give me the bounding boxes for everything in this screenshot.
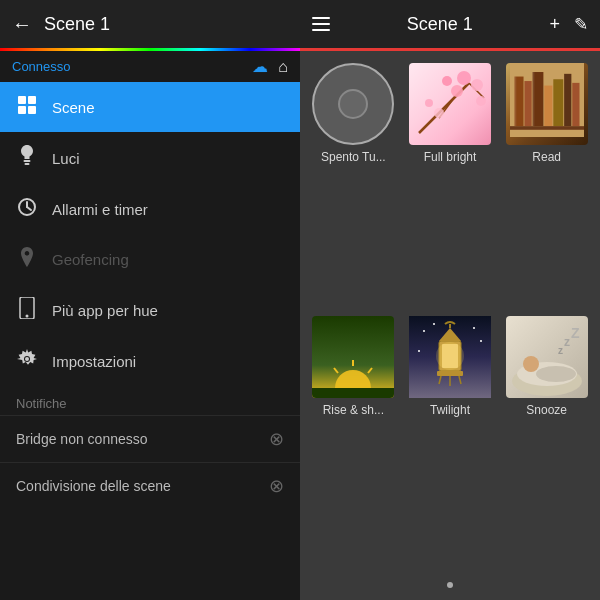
connesso-bar: Connesso ☁ ⌂: [0, 51, 300, 82]
svg-point-10: [26, 315, 29, 318]
geofencing-icon: [16, 247, 38, 271]
svg-point-18: [471, 79, 483, 91]
hamburger-line-2: [312, 23, 330, 25]
svg-rect-34: [532, 72, 534, 126]
scene-label-fullbright: Full bright: [424, 150, 477, 164]
back-button[interactable]: ←: [12, 13, 32, 36]
twilight-svg: [409, 316, 491, 398]
sidebar-item-piu-app[interactable]: Più app per hue: [0, 284, 300, 336]
left-panel-title: Scene 1: [44, 14, 110, 35]
svg-rect-31: [572, 83, 579, 126]
cloud-icon[interactable]: ☁: [252, 57, 268, 76]
scene-image-spento: [312, 63, 394, 145]
svg-rect-4: [24, 160, 31, 162]
cherry-blossom-svg: [409, 63, 491, 145]
svg-text:z: z: [564, 335, 570, 349]
books-svg: [510, 59, 584, 141]
scene-image-snooze: z z Z: [506, 316, 588, 398]
hamburger-line-3: [312, 29, 330, 31]
svg-rect-0: [18, 96, 26, 104]
scene-image-fullbright: [409, 63, 491, 145]
svg-point-60: [536, 366, 576, 382]
svg-point-23: [476, 96, 486, 106]
scene-card-fullbright[interactable]: Full bright: [405, 63, 496, 310]
svg-line-8: [27, 207, 31, 210]
sidebar-item-scene[interactable]: Scene: [0, 82, 300, 132]
page-indicator: [300, 574, 600, 600]
svg-point-20: [442, 76, 452, 86]
luci-icon: [16, 145, 38, 171]
notification-bridge-close[interactable]: ⊗: [269, 428, 284, 450]
scene-card-read[interactable]: Read: [501, 63, 592, 310]
svg-point-17: [457, 71, 471, 85]
left-panel: ← Scene 1 Connesso ☁ ⌂ Scene: [0, 0, 300, 600]
svg-rect-5: [25, 163, 30, 165]
right-header-icons: + ✎: [549, 14, 588, 35]
svg-point-55: [418, 350, 420, 352]
notifications-label: Notifiche: [0, 386, 300, 415]
sidebar-item-geofencing: Geofencing: [0, 234, 300, 284]
notification-condivisione: Condivisione delle scene ⊗: [0, 462, 300, 509]
hamburger-button[interactable]: [312, 17, 330, 31]
sidebar-item-label: Impostazioni: [52, 353, 136, 370]
scene-card-rise[interactable]: Rise & sh...: [308, 316, 399, 563]
svg-rect-33: [514, 77, 516, 127]
svg-rect-28: [544, 86, 552, 127]
home-icon[interactable]: ⌂: [278, 58, 288, 76]
scene-label-spento: Spento Tu...: [321, 150, 386, 164]
scene-image-read: [506, 63, 588, 145]
sidebar-item-label: Geofencing: [52, 251, 129, 268]
scene-image-twilight: [409, 316, 491, 398]
svg-rect-40: [312, 388, 394, 398]
sidebar-item-luci[interactable]: Luci: [0, 132, 300, 184]
sidebar-item-allarmi[interactable]: Allarmi e timer: [0, 184, 300, 234]
right-panel: Scene 1 + ✎ Spento Tu...: [300, 0, 600, 600]
scene-label-snooze: Snooze: [526, 403, 567, 417]
page-dot: [447, 582, 453, 588]
sidebar-item-label: Luci: [52, 150, 80, 167]
scene-icon: [16, 95, 38, 119]
connesso-label: Connesso: [12, 59, 71, 74]
svg-rect-26: [524, 81, 531, 126]
snooze-svg: z z Z: [506, 316, 588, 398]
svg-rect-29: [553, 79, 563, 126]
allarmi-icon: [16, 197, 38, 221]
notification-condivisione-close[interactable]: ⊗: [269, 475, 284, 497]
scene-label-rise: Rise & sh...: [323, 403, 384, 417]
hamburger-line-1: [312, 17, 330, 19]
scenes-grid: Spento Tu... F: [300, 51, 600, 574]
sidebar-item-label: Allarmi e timer: [52, 201, 148, 218]
right-panel-title: Scene 1: [340, 14, 539, 35]
svg-point-50: [436, 342, 464, 370]
svg-rect-1: [28, 96, 36, 104]
connesso-icons: ☁ ⌂: [252, 57, 288, 76]
svg-point-53: [473, 327, 475, 329]
notification-bridge: Bridge non connesso ⊗: [0, 415, 300, 462]
scene-card-spento[interactable]: Spento Tu...: [308, 63, 399, 310]
svg-text:z: z: [558, 345, 563, 356]
scene-card-snooze[interactable]: z z Z Snooze: [501, 316, 592, 563]
scene-label-read: Read: [532, 150, 561, 164]
svg-rect-30: [564, 74, 571, 126]
svg-rect-3: [28, 106, 36, 114]
sidebar-item-label: Più app per hue: [52, 302, 158, 319]
svg-text:Z: Z: [571, 325, 580, 341]
svg-point-19: [451, 85, 463, 97]
sidebar-item-label: Scene: [52, 99, 95, 116]
svg-rect-46: [437, 371, 463, 376]
svg-point-59: [523, 356, 539, 372]
edit-button[interactable]: ✎: [574, 14, 588, 35]
right-header: Scene 1 + ✎: [300, 0, 600, 48]
impostazioni-icon: [16, 349, 38, 373]
notification-condivisione-text: Condivisione delle scene: [16, 478, 171, 494]
piu-app-icon: [16, 297, 38, 323]
svg-point-21: [434, 108, 444, 118]
svg-point-51: [423, 330, 425, 332]
add-scene-button[interactable]: +: [549, 14, 560, 35]
sidebar-item-impostazioni[interactable]: Impostazioni: [0, 336, 300, 386]
rise-svg: [312, 316, 394, 398]
svg-rect-2: [18, 106, 26, 114]
scene-image-rise: [312, 316, 394, 398]
scene-card-twilight[interactable]: Twilight: [405, 316, 496, 563]
svg-point-52: [433, 323, 435, 325]
